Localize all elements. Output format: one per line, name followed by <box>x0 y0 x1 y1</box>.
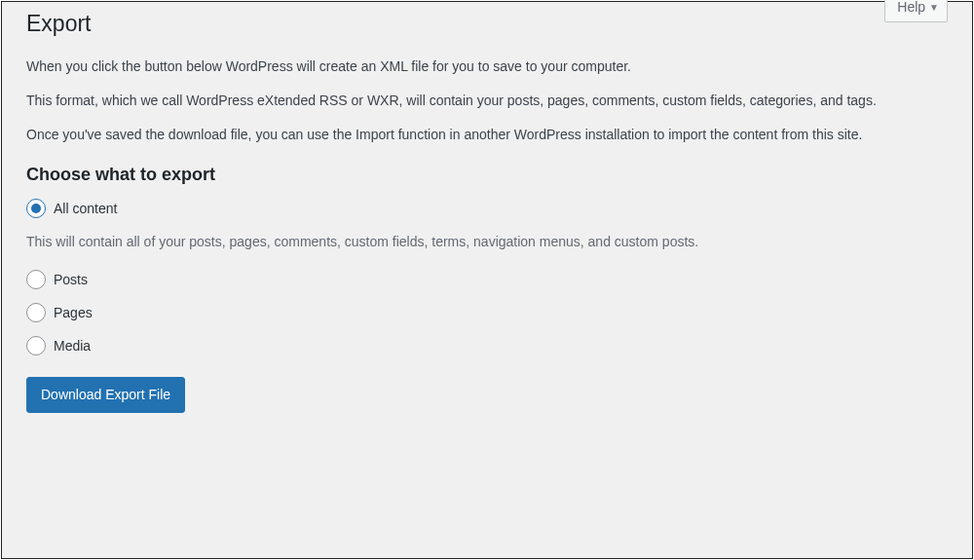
label-pages[interactable]: Pages <box>54 305 93 320</box>
option-pages: Pages <box>26 303 948 322</box>
label-posts[interactable]: Posts <box>54 272 88 287</box>
submit-row: Download Export File <box>26 377 948 414</box>
option-media: Media <box>26 336 948 355</box>
intro-paragraph-3: Once you've saved the download file, you… <box>26 125 948 145</box>
export-page: Help ▼ Export When you click the button … <box>1 1 973 559</box>
radio-pages[interactable] <box>26 303 46 322</box>
help-tab[interactable]: Help ▼ <box>884 0 948 22</box>
radio-media[interactable] <box>26 336 46 355</box>
intro-paragraph-2: This format, which we call WordPress eXt… <box>26 91 948 111</box>
caret-down-icon: ▼ <box>929 2 939 13</box>
help-tab-label: Help <box>897 0 925 15</box>
option-posts: Posts <box>26 270 948 289</box>
download-export-button[interactable]: Download Export File <box>26 377 185 414</box>
all-content-description: This will contain all of your posts, pag… <box>26 232 948 252</box>
choose-heading: Choose what to export <box>26 165 948 185</box>
label-all-content[interactable]: All content <box>54 201 117 216</box>
option-all-content: All content <box>26 199 948 218</box>
radio-all-content[interactable] <box>26 199 46 218</box>
label-media[interactable]: Media <box>54 338 91 354</box>
intro-paragraph-1: When you click the button below WordPres… <box>26 56 948 77</box>
page-title: Export <box>26 2 948 43</box>
radio-posts[interactable] <box>26 270 46 289</box>
